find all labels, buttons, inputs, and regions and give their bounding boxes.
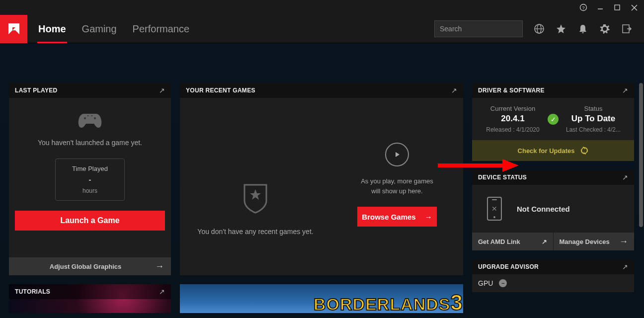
nav-performance[interactable]: Performance bbox=[132, 16, 191, 42]
no-game-text: You haven't launched a game yet. bbox=[38, 139, 142, 147]
panel-header: LAST PLAYED ↗ bbox=[9, 83, 171, 98]
star-icon[interactable] bbox=[556, 23, 566, 34]
svg-text:?: ? bbox=[582, 5, 584, 10]
recent-games-panel: YOUR RECENT GAMES ↗ You don't have any r… bbox=[180, 83, 463, 275]
expand-icon[interactable]: ↗ bbox=[622, 86, 628, 94]
status-col: Status Up To Date Last Checked : 4/2... bbox=[559, 105, 628, 133]
panel-header: UPGRADE ADVISOR ↗ bbox=[472, 259, 634, 274]
svg-point-14 bbox=[87, 115, 89, 117]
footer-label: Adjust Global Graphics bbox=[50, 263, 121, 270]
panel-title: DRIVER & SOFTWARE bbox=[478, 87, 545, 94]
phone-icon: ✕ bbox=[487, 197, 502, 221]
gear-icon[interactable] bbox=[599, 23, 610, 34]
column-middle: YOUR RECENT GAMES ↗ You don't have any r… bbox=[180, 83, 463, 318]
share-icon: ↗ bbox=[542, 238, 547, 245]
arrow-right-icon: → bbox=[619, 237, 628, 247]
time-played-unit: hours bbox=[62, 187, 118, 194]
svg-point-13 bbox=[94, 117, 96, 119]
gpu-label: GPU bbox=[478, 279, 493, 287]
header: Home Gaming Performance bbox=[0, 15, 644, 43]
arrow-right-icon: → bbox=[425, 213, 432, 221]
borderlands-logo: BORDERLANDS3 bbox=[314, 290, 463, 313]
panel-header: DEVICE STATUS ↗ bbox=[472, 170, 634, 185]
status-value: Up To Date bbox=[559, 114, 628, 124]
check-updates-button[interactable]: Check for Updates bbox=[472, 140, 634, 161]
recent-games-right: As you play, more games will show up her… bbox=[331, 98, 463, 275]
expand-icon[interactable]: ↗ bbox=[622, 173, 628, 181]
recent-games-body: You don't have any recent games yet. As … bbox=[180, 98, 463, 275]
released-label: Released : 4/1/2020 bbox=[478, 126, 548, 133]
arrow-right-icon: → bbox=[155, 261, 164, 272]
borderlands-banner[interactable]: BORDERLANDS3 bbox=[180, 284, 463, 313]
check-updates-label: Check for Updates bbox=[518, 147, 575, 155]
upgrade-advisor-panel: UPGRADE ADVISOR ↗ GPU − bbox=[472, 259, 634, 292]
manage-devices-label: Manage Devices bbox=[560, 238, 610, 245]
controller-icon bbox=[76, 110, 104, 130]
search-input[interactable] bbox=[440, 25, 527, 33]
panel-title: LAST PLAYED bbox=[15, 87, 58, 94]
recent-games-left: You don't have any recent games yet. bbox=[180, 98, 331, 275]
last-checked-label: Last Checked : 4/2... bbox=[559, 126, 628, 133]
launch-game-button[interactable]: Launch a Game bbox=[15, 211, 165, 231]
close-icon[interactable] bbox=[630, 3, 638, 11]
minimize-icon[interactable] bbox=[596, 3, 604, 11]
tutorials-panel[interactable]: TUTORIALS ↗ bbox=[9, 284, 171, 313]
status-label: Status bbox=[559, 105, 628, 112]
last-played-panel: LAST PLAYED ↗ You haven't launched a gam… bbox=[9, 83, 171, 275]
manage-devices-button[interactable]: Manage Devices → bbox=[554, 233, 635, 250]
expand-icon[interactable]: ↗ bbox=[159, 288, 165, 296]
help-icon[interactable]: ? bbox=[579, 3, 587, 11]
expand-icon[interactable]: ↗ bbox=[622, 263, 628, 271]
panel-header: DRIVER & SOFTWARE ↗ bbox=[472, 83, 634, 98]
expand-icon[interactable]: ↗ bbox=[451, 86, 457, 94]
panel-header: TUTORIALS ↗ bbox=[9, 284, 171, 299]
scrollbar[interactable] bbox=[639, 83, 643, 227]
device-footer: Get AMD Link ↗ Manage Devices → bbox=[472, 233, 634, 250]
svg-point-12 bbox=[84, 117, 86, 119]
nav: Home Gaming Performance bbox=[37, 16, 190, 42]
amd-logo[interactable] bbox=[0, 15, 27, 43]
current-version-col: Current Version 20.4.1 Released : 4/1/20… bbox=[478, 105, 548, 133]
play-description: As you play, more games will show up her… bbox=[361, 176, 433, 196]
panel-title: UPGRADE ADVISOR bbox=[478, 263, 539, 270]
web-icon[interactable] bbox=[534, 23, 545, 34]
minus-icon: − bbox=[499, 279, 507, 287]
expand-icon[interactable]: ↗ bbox=[159, 86, 165, 94]
refresh-icon bbox=[580, 147, 588, 155]
panel-title: TUTORIALS bbox=[15, 288, 50, 295]
not-connected-text: Not Connected bbox=[517, 205, 570, 213]
nav-home[interactable]: Home bbox=[37, 16, 67, 42]
time-played-box: Time Played - hours bbox=[55, 159, 125, 201]
adjust-graphics-footer[interactable]: Adjust Global Graphics → bbox=[9, 257, 171, 275]
svg-point-15 bbox=[91, 115, 93, 117]
check-icon: ✓ bbox=[548, 114, 559, 125]
device-status-panel: DEVICE STATUS ↗ ✕ Not Connected Get AMD … bbox=[472, 170, 634, 250]
current-version-value: 20.4.1 bbox=[478, 114, 548, 124]
column-right: DRIVER & SOFTWARE ↗ Current Version 20.4… bbox=[472, 83, 634, 318]
shield-icon bbox=[242, 183, 269, 214]
titlebar: ? bbox=[0, 0, 644, 15]
bell-icon[interactable] bbox=[577, 23, 588, 34]
maximize-icon[interactable] bbox=[613, 3, 621, 11]
upgrade-advisor-body: GPU − bbox=[472, 274, 634, 292]
svg-rect-3 bbox=[615, 5, 620, 10]
panel-title: YOUR RECENT GAMES bbox=[186, 87, 255, 94]
panel-header: YOUR RECENT GAMES ↗ bbox=[180, 83, 463, 98]
time-played-value: - bbox=[62, 175, 118, 184]
get-link-label: Get AMD Link bbox=[478, 238, 520, 245]
header-right bbox=[434, 20, 644, 37]
last-played-body: You haven't launched a game yet. Time Pl… bbox=[9, 98, 171, 201]
browse-games-button[interactable]: Browse Games → bbox=[357, 207, 437, 227]
nav-gaming[interactable]: Gaming bbox=[81, 16, 118, 42]
device-status-body: ✕ Not Connected bbox=[472, 185, 634, 233]
panel-title: DEVICE STATUS bbox=[478, 174, 527, 181]
content: LAST PLAYED ↗ You haven't launched a gam… bbox=[0, 43, 644, 318]
current-version-label: Current Version bbox=[478, 105, 548, 112]
driver-software-panel: DRIVER & SOFTWARE ↗ Current Version 20.4… bbox=[472, 83, 634, 161]
no-recent-games-text: You don't have any recent games yet. bbox=[197, 228, 313, 236]
logout-icon[interactable] bbox=[621, 23, 632, 34]
search-box[interactable] bbox=[434, 20, 523, 37]
get-amd-link-button[interactable]: Get AMD Link ↗ bbox=[472, 233, 554, 250]
browse-label: Browse Games bbox=[362, 213, 415, 221]
play-icon[interactable] bbox=[385, 143, 409, 166]
